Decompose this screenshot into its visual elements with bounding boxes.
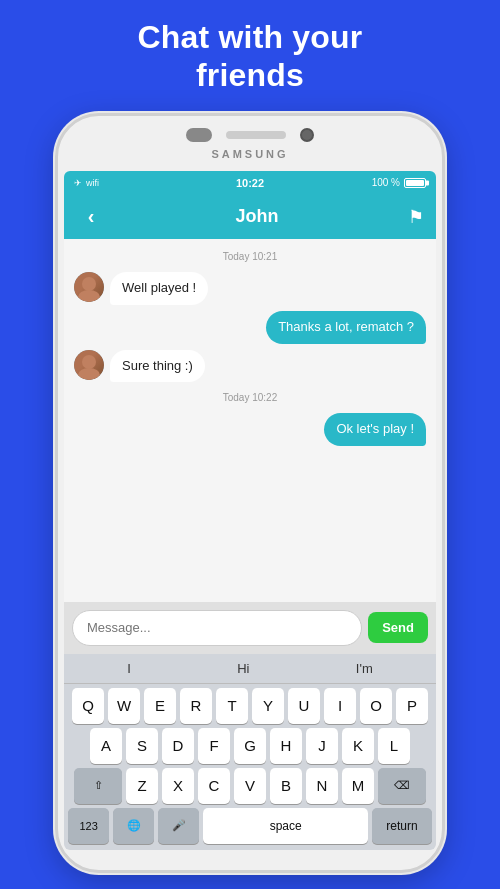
key-D[interactable]: D: [162, 728, 194, 764]
key-G[interactable]: G: [234, 728, 266, 764]
status-bar: ✈ wifi 10:22 100 %: [64, 171, 436, 195]
key-F[interactable]: F: [198, 728, 230, 764]
keyboard: I Hi I'm Q W E R T Y U I O: [64, 654, 436, 850]
key-X[interactable]: X: [162, 768, 194, 804]
key-S[interactable]: S: [126, 728, 158, 764]
phone-brand-label: SAMSUNG: [58, 148, 442, 160]
message-row: Thanks a lot, rematch ?: [74, 311, 426, 344]
key-V[interactable]: V: [234, 768, 266, 804]
key-C[interactable]: C: [198, 768, 230, 804]
phone-top-bar: [58, 128, 442, 142]
key-row-3: ⇧ Z X C V B N M ⌫: [68, 768, 432, 804]
key-row-2: A S D F G H J K L: [68, 728, 432, 764]
battery-percent: 100 %: [372, 177, 400, 188]
key-E[interactable]: E: [144, 688, 176, 724]
return-key[interactable]: return: [372, 808, 432, 844]
bubble-received: Well played !: [110, 272, 208, 305]
suggestion-Im[interactable]: I'm: [356, 661, 373, 676]
key-Z[interactable]: Z: [126, 768, 158, 804]
key-H[interactable]: H: [270, 728, 302, 764]
numbers-key[interactable]: 123: [68, 808, 109, 844]
timestamp-1: Today 10:21: [74, 251, 426, 262]
flag-button[interactable]: ⚑: [408, 206, 424, 228]
backspace-key[interactable]: ⌫: [378, 768, 426, 804]
microphone-icon[interactable]: 🎤: [158, 808, 199, 844]
front-camera-right: [300, 128, 314, 142]
key-N[interactable]: N: [306, 768, 338, 804]
speaker-grille: [226, 131, 286, 139]
key-M[interactable]: M: [342, 768, 374, 804]
status-time: 10:22: [236, 177, 264, 189]
avatar: [74, 272, 104, 302]
bubble-received: Sure thing :): [110, 350, 205, 383]
contact-name-header: John: [236, 206, 279, 227]
page-title: Chat with your friends: [137, 18, 362, 95]
battery-icon: [404, 178, 426, 188]
input-area: Send: [64, 602, 436, 654]
phone-mockup: SAMSUNG ✈ wifi 10:22 100 % ‹: [55, 113, 445, 873]
chat-area: Today 10:21 Well played ! Thanks a lot, …: [64, 239, 436, 602]
key-row-1: Q W E R T Y U I O P: [68, 688, 432, 724]
avatar: [74, 350, 104, 380]
key-Y[interactable]: Y: [252, 688, 284, 724]
key-A[interactable]: A: [90, 728, 122, 764]
key-K[interactable]: K: [342, 728, 374, 764]
bubble-sent: Thanks a lot, rematch ?: [266, 311, 426, 344]
wifi-icon: wifi: [86, 178, 99, 188]
key-J[interactable]: J: [306, 728, 338, 764]
avatar-image: [74, 350, 104, 380]
timestamp-2: Today 10:22: [74, 392, 426, 403]
key-O[interactable]: O: [360, 688, 392, 724]
front-camera-left: [186, 128, 212, 142]
key-P[interactable]: P: [396, 688, 428, 724]
message-row: Well played !: [74, 272, 426, 305]
status-battery-area: 100 %: [372, 177, 426, 188]
key-B[interactable]: B: [270, 768, 302, 804]
globe-icon[interactable]: 🌐: [113, 808, 154, 844]
key-T[interactable]: T: [216, 688, 248, 724]
battery-fill: [406, 180, 424, 186]
key-row-4: 123 🌐 🎤 space return: [68, 808, 432, 844]
phone-screen: ✈ wifi 10:22 100 % ‹ John ⚑: [64, 171, 436, 850]
app-header: ‹ John ⚑: [64, 195, 436, 239]
key-L[interactable]: L: [378, 728, 410, 764]
keyboard-suggestions: I Hi I'm: [64, 654, 436, 684]
key-I[interactable]: I: [324, 688, 356, 724]
key-Q[interactable]: Q: [72, 688, 104, 724]
bubble-sent: Ok let's play !: [324, 413, 426, 446]
shift-key[interactable]: ⇧: [74, 768, 122, 804]
phone-shell: SAMSUNG ✈ wifi 10:22 100 % ‹: [55, 113, 445, 873]
key-W[interactable]: W: [108, 688, 140, 724]
message-row: Sure thing :): [74, 350, 426, 383]
keyboard-rows: Q W E R T Y U I O P A S: [64, 684, 436, 850]
key-U[interactable]: U: [288, 688, 320, 724]
message-input[interactable]: [72, 610, 362, 646]
message-row: Ok let's play !: [74, 413, 426, 446]
space-key[interactable]: space: [203, 808, 368, 844]
suggestion-I[interactable]: I: [127, 661, 131, 676]
suggestion-Hi[interactable]: Hi: [237, 661, 249, 676]
back-button[interactable]: ‹: [76, 205, 106, 228]
send-button[interactable]: Send: [368, 612, 428, 643]
key-R[interactable]: R: [180, 688, 212, 724]
status-icons: ✈ wifi: [74, 178, 99, 188]
avatar-image: [74, 272, 104, 302]
airplane-icon: ✈: [74, 178, 82, 188]
